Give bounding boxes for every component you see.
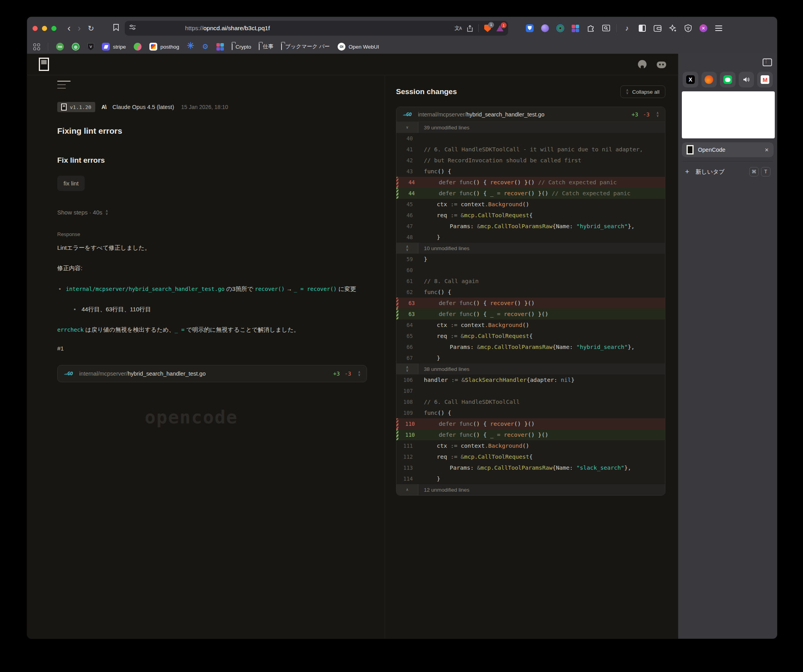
close-window-button[interactable] [33,26,38,31]
bookmark-item[interactable]: no [56,43,64,51]
pink-x-icon[interactable] [698,23,709,33]
site-settings-icon[interactable] [129,25,136,32]
session-list-icon[interactable] [57,81,71,89]
bookmark-item[interactable] [33,44,40,50]
show-steps-toggle[interactable]: Show steps · 40s ∧∨ [57,209,369,216]
sidebar-half-icon[interactable] [637,23,647,33]
chevron-icon[interactable]: ∧ [406,488,408,491]
divider [478,24,479,32]
diff-code-line: 45ctx := context.Background() [396,199,665,210]
diff-code-line: 41// 6. Call HandleSDKToolCall - it will… [396,144,665,155]
folder-icon [281,44,282,50]
url-text[interactable]: https://opncd.ai/share/b3cLpq1f [185,25,270,32]
diff-code-line: 108// 6. Call HandleSDKToolCall [396,396,665,407]
reload-button[interactable]: ↻ [88,25,94,32]
brave-rewards-icon[interactable]: 1 [496,25,503,31]
openwebui-icon: OI [338,43,345,51]
diff-unmodified-separator[interactable]: ∨39 unmodified lines [396,122,665,133]
wallet-icon[interactable] [652,23,663,33]
diff-removed-line: 63defer func() { recover() }() [396,298,665,309]
pinned-tab-x[interactable]: X [683,72,698,87]
pinned-tabs: XM [682,72,774,91]
address-bar[interactable]: https://opncd.ai/share/b3cLpq1f 文A 1 1 [125,21,508,36]
bookmark-item[interactable]: V [87,43,94,51]
rabbit-icon[interactable] [540,23,550,33]
bookmark-item[interactable]: ◎ [72,43,80,51]
music-icon[interactable]: ♪ [622,23,632,33]
bookmark-item[interactable]: Crypto [232,44,251,50]
bookmark-item[interactable] [216,43,224,51]
bookmark-item[interactable]: stripe [102,43,126,51]
session-changes-title: Session changes [396,87,457,96]
close-tab-icon[interactable]: ✕ [765,147,769,153]
discord-icon[interactable] [657,62,666,68]
vpn-shield-icon[interactable] [683,23,693,33]
response-line: errcheck は戻り値の無視を検出するため、_ = で明示的に無視することで… [57,325,371,335]
expand-collapse-icon[interactable]: ∧∨ [657,112,659,117]
collapse-all-button[interactable]: ∧∨ Collapse all [620,85,665,98]
diff-file-header[interactable]: GO internal/mcpserver/hybrid_search_hand… [396,107,665,122]
key-badge: ⌘ [749,167,759,176]
back-button[interactable]: ‹ [67,24,71,33]
find-icon[interactable] [601,23,611,33]
expand-collapse-icon[interactable]: ∧∨ [358,371,360,376]
new-tab-button[interactable]: + 新しいタブ ⌘T [682,165,774,178]
bookmark-item[interactable]: ⚙ [202,42,209,51]
divider [683,161,773,162]
opencode-logo[interactable] [39,58,49,71]
web-page: v1.1.20 A\ Claude Opus 4.5 (latest) 15 J… [27,54,678,639]
chevron-icon[interactable]: ∧∨ [406,245,408,251]
translate-icon[interactable]: 文A [454,25,461,32]
menu-icon[interactable] [714,23,724,33]
chevron-icon[interactable]: ∧∨ [406,366,408,372]
diff-unmodified-separator[interactable]: ∧∨38 unmodified lines [396,363,665,374]
chevron-icon[interactable]: ∨ [406,126,408,129]
forward-button[interactable]: › [78,24,81,33]
diff-unmodified-separator[interactable]: ∧12 unmodified lines [396,484,665,495]
bookmark-item[interactable] [134,43,142,51]
share-icon[interactable] [467,25,473,32]
bookmark-item[interactable]: ブックマーク バー [281,43,330,50]
url-scheme: https:// [185,25,203,31]
additions-count: +3 [632,111,638,118]
sparkle-icon[interactable] [668,23,678,33]
message-anchor: #1 [57,345,369,352]
bookmark-item[interactable]: OIOpen WebUI [338,43,379,51]
diff-code-line: 111ctx := context.Background() [396,440,665,451]
puzzle-icon[interactable] [586,23,596,33]
github-icon[interactable] [638,60,647,69]
bitwarden-icon[interactable] [525,23,535,33]
bookmarks-bar: no◎Vstripeposthog✳⚙Crypto仕事ブックマーク バーOIOp… [27,40,777,54]
flower-blue-icon: ✳ [187,44,194,50]
minimize-window-button[interactable] [42,26,47,31]
response-label: Response [57,231,369,237]
bookmark-icon[interactable] [113,24,119,33]
bookmark-item[interactable]: 仕事 [259,43,273,50]
plano-icon[interactable] [570,23,581,33]
shield-dark-icon: V [87,43,94,51]
notion-green-icon: no [56,43,64,51]
diff-code-line: 66Params: &mcp.CallToolParamsRaw{Name: "… [396,341,665,352]
pinned-tab-line[interactable] [720,72,736,87]
diff-code-line: 40 [396,133,665,144]
bookmark-item[interactable]: posthog [149,43,179,51]
pinned-tab-speaker[interactable] [739,72,754,87]
tab-opencode[interactable]: OpenCode ✕ [682,142,774,157]
sidebar-toggle-icon[interactable] [763,58,772,66]
pinned-tab-grafana[interactable] [701,72,717,87]
window-controls[interactable] [33,26,56,31]
pinned-tab-gmail[interactable]: M [757,72,773,87]
posthog-icon [149,43,157,51]
diff-code-line: 106handler := &SlackSearchHandler{adapte… [396,374,665,385]
session-meta: v1.1.20 A\ Claude Opus 4.5 (latest) 15 J… [57,102,369,112]
zoom-window-button[interactable] [51,26,56,31]
diff-unmodified-separator[interactable]: ∧∨10 unmodified lines [396,243,665,254]
brave-shields-icon[interactable]: 1 [484,25,491,32]
diff-card: GO internal/mcpserver/hybrid_search_hand… [396,107,665,496]
bookmark-item[interactable]: ✳ [187,44,194,50]
parrot-icon [134,43,142,51]
tab-preview-thumbnail[interactable] [682,91,775,138]
spiral-icon[interactable] [555,23,565,33]
site-header [27,54,678,75]
changed-file-card[interactable]: GO internal/mcpserver/hybrid_search_hand… [57,365,367,382]
